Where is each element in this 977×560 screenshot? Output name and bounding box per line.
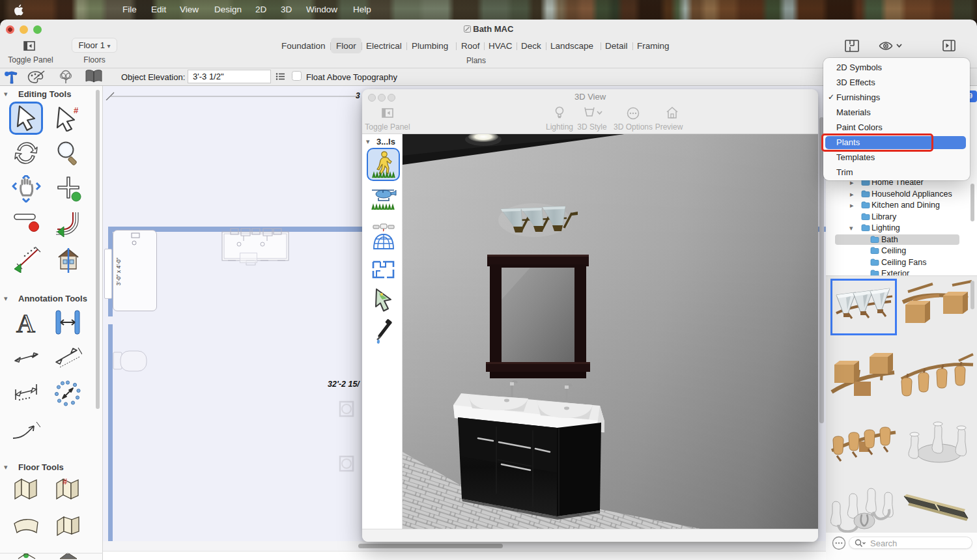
svg-text:#: # [63, 477, 68, 486]
svg-text:A: A [16, 311, 35, 335]
svg-text:#: # [74, 105, 79, 115]
